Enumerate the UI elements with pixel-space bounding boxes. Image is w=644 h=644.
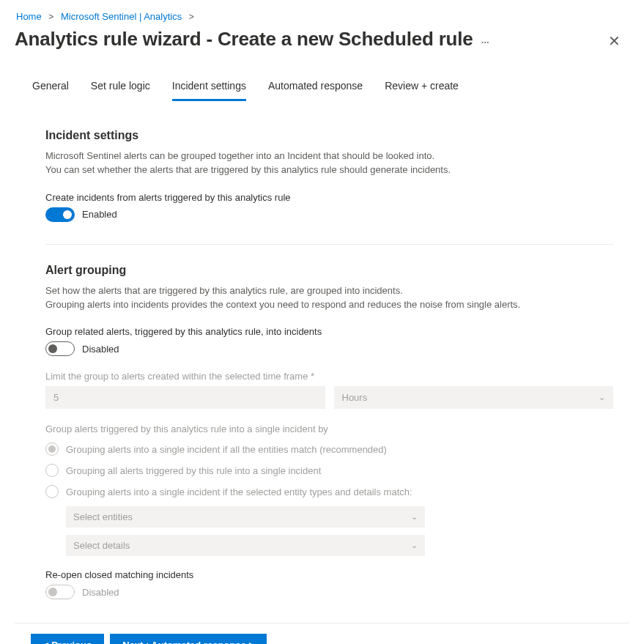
close-icon[interactable]: ✕ bbox=[608, 29, 629, 50]
incident-desc-2: You can set whether the alerts that are … bbox=[45, 163, 613, 177]
create-incidents-label: Create incidents from alerts triggered b… bbox=[45, 192, 613, 203]
group-by-label: Group alerts triggered by this analytics… bbox=[45, 423, 613, 434]
incident-desc-1: Microsoft Sentinel alerts can be grouped… bbox=[45, 149, 613, 163]
chevron-right-icon: > bbox=[48, 12, 53, 22]
chevron-down-icon: ⌄ bbox=[599, 393, 605, 402]
tab-bar: General Set rule logic Incident settings… bbox=[15, 74, 629, 101]
select-entities-placeholder: Select entities bbox=[73, 511, 133, 522]
reopen-state: Disabled bbox=[82, 587, 119, 598]
limit-unit-select: Hours ⌄ bbox=[334, 386, 614, 409]
grouping-desc-2: Grouping alerts into incidents provides … bbox=[45, 298, 613, 312]
tab-review-create[interactable]: Review + create bbox=[385, 74, 459, 101]
radio-label-3: Grouping alerts into a single incident i… bbox=[66, 486, 412, 497]
chevron-down-icon: ⌄ bbox=[411, 541, 418, 550]
page-title: Analytics rule wizard - Create a new Sch… bbox=[15, 28, 473, 50]
grouping-desc-1: Set how the alerts that are triggered by… bbox=[45, 284, 613, 298]
limit-timeframe-label: Limit the group to alerts created within… bbox=[45, 371, 613, 382]
radio-label-2: Grouping all alerts triggered by this ru… bbox=[66, 465, 321, 476]
radio-all-alerts bbox=[45, 464, 59, 477]
select-details-dropdown: Select details ⌄ bbox=[66, 535, 425, 556]
chevron-down-icon: ⌄ bbox=[411, 512, 418, 522]
tab-incident-settings[interactable]: Incident settings bbox=[172, 74, 246, 101]
group-related-label: Group related alerts, triggered by this … bbox=[45, 326, 613, 337]
more-actions-icon[interactable]: ··· bbox=[475, 37, 492, 48]
radio-selected-types bbox=[45, 485, 59, 498]
tab-general[interactable]: General bbox=[32, 74, 69, 101]
radio-label-1: Grouping alerts into a single incident i… bbox=[66, 444, 387, 455]
next-button[interactable]: Next : Automated response > bbox=[110, 634, 267, 644]
reopen-label: Re-open closed matching incidents bbox=[45, 569, 613, 580]
create-incidents-state: Enabled bbox=[82, 209, 117, 220]
radio-all-entities-match bbox=[45, 443, 59, 456]
reopen-toggle bbox=[45, 585, 75, 599]
group-related-toggle[interactable] bbox=[45, 341, 75, 356]
select-entities-dropdown: Select entities ⌄ bbox=[66, 506, 425, 528]
incident-settings-heading: Incident settings bbox=[45, 129, 613, 142]
limit-unit-value: Hours bbox=[342, 392, 368, 403]
create-incidents-toggle[interactable] bbox=[45, 207, 75, 222]
select-details-placeholder: Select details bbox=[73, 540, 130, 551]
limit-value-input: 5 bbox=[45, 386, 325, 409]
breadcrumb-sentinel[interactable]: Microsoft Sentinel | Analytics bbox=[61, 11, 182, 22]
breadcrumb-home[interactable]: Home bbox=[16, 11, 42, 22]
section-divider bbox=[45, 244, 613, 245]
chevron-right-icon: > bbox=[189, 12, 194, 22]
tab-set-rule-logic[interactable]: Set rule logic bbox=[91, 74, 150, 101]
breadcrumb: Home > Microsoft Sentinel | Analytics > bbox=[15, 11, 629, 22]
alert-grouping-heading: Alert grouping bbox=[45, 264, 613, 277]
wizard-footer: < Previous Next : Automated response > bbox=[15, 623, 629, 644]
tab-automated-response[interactable]: Automated response bbox=[268, 74, 363, 101]
group-related-state: Disabled bbox=[82, 344, 119, 355]
previous-button[interactable]: < Previous bbox=[31, 634, 104, 644]
